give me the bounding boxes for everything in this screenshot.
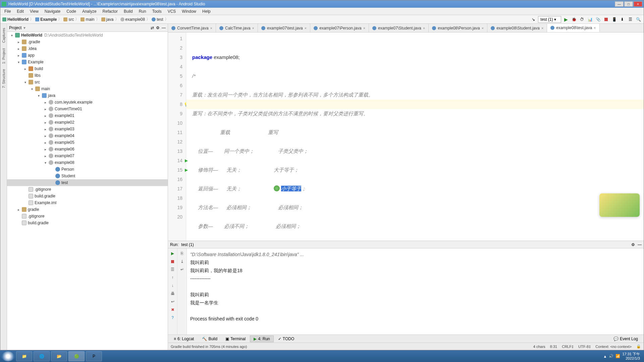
- menu-view[interactable]: View: [27, 8, 41, 14]
- menu-code[interactable]: Code: [64, 8, 79, 14]
- btab-eventlog[interactable]: 💬Event Log: [610, 336, 642, 342]
- task-powerpoint[interactable]: P: [86, 351, 102, 361]
- tab-converttime[interactable]: ConvertTime.java×: [168, 24, 216, 32]
- run-hide-icon[interactable]: —: [638, 242, 642, 247]
- tab-ex08-student[interactable]: example08\Student.java×: [487, 24, 547, 32]
- close-button[interactable]: ×: [634, 1, 642, 7]
- bc-src[interactable]: src: [63, 17, 74, 22]
- tray-icon[interactable]: ▲: [603, 354, 607, 358]
- task-chrome[interactable]: 🌐: [34, 351, 50, 361]
- btab-build[interactable]: 🔨Build: [198, 336, 221, 342]
- panel-settings-icon[interactable]: ⚙: [156, 25, 160, 30]
- menu-tools[interactable]: Tools: [150, 8, 164, 14]
- tree-item[interactable]: ▸.idea: [7, 45, 168, 52]
- task-app-1[interactable]: 📁: [16, 351, 32, 361]
- project-tree[interactable]: ▾HelloWorldD:\AndroidStudioTest\HelloWor…: [7, 32, 168, 350]
- stop-button[interactable]: [603, 16, 609, 23]
- run-tab-label[interactable]: test (1): [181, 242, 194, 247]
- tab-ex07-test[interactable]: example07\test.java×: [258, 24, 310, 32]
- menu-run[interactable]: Run: [136, 8, 149, 14]
- tree-item[interactable]: ▸example07: [7, 153, 168, 159]
- tree-item[interactable]: ▸com.leyutek.example: [7, 99, 168, 106]
- run-wrap-icon[interactable]: ↩: [170, 299, 176, 305]
- tree-item[interactable]: ▸example04: [7, 132, 168, 139]
- run-help-icon[interactable]: ?: [170, 315, 176, 321]
- sync-icon[interactable]: ↘: [530, 16, 537, 23]
- menu-analyze[interactable]: Analyze: [79, 8, 99, 14]
- code-area[interactable]: package example08; /* 重载：发生在同一个类中，当方法名相同…: [186, 33, 644, 241]
- search-icon[interactable]: 🔍: [635, 16, 642, 23]
- tree-item[interactable]: build.gradle: [7, 220, 168, 226]
- edge-project[interactable]: 1: Project: [1, 47, 6, 65]
- bc-pkg[interactable]: example08: [120, 17, 145, 22]
- start-button[interactable]: [1, 351, 15, 361]
- tree-item[interactable]: ▸example02: [7, 119, 168, 126]
- run-scroll-icon[interactable]: ⤓: [179, 258, 185, 264]
- menu-edit[interactable]: Edit: [14, 8, 26, 14]
- profile-button[interactable]: ⏱: [579, 16, 585, 23]
- editor-body[interactable]: 1234 5678 9101112 131415 1617181920 pack…: [168, 33, 644, 241]
- menu-build[interactable]: Build: [121, 8, 136, 14]
- tree-item[interactable]: ▸example05: [7, 139, 168, 146]
- tab-ex08-test[interactable]: example08\test.java×: [547, 24, 599, 32]
- rerun-button[interactable]: ▶: [170, 250, 176, 256]
- btab-todo[interactable]: ✓TODO: [274, 336, 298, 342]
- tree-item[interactable]: ▸.gradle: [7, 39, 168, 45]
- bc-main[interactable]: main: [80, 17, 94, 22]
- structure-button[interactable]: ☰: [627, 16, 634, 23]
- run-trash-icon[interactable]: ✖: [170, 307, 176, 313]
- task-androidstudio[interactable]: 🟢: [68, 351, 85, 361]
- tree-item[interactable]: ▸ConvertTime01: [7, 106, 168, 112]
- tree-item[interactable]: build.gradle: [7, 193, 168, 199]
- tree-example[interactable]: ▾Example: [7, 59, 168, 65]
- bc-class[interactable]: test: [152, 17, 163, 22]
- tree-test[interactable]: test: [7, 179, 168, 186]
- tree-item[interactable]: ▸gradle: [7, 206, 168, 213]
- sdk-button[interactable]: ⬇: [619, 16, 626, 23]
- task-explorer[interactable]: 📂: [51, 351, 67, 361]
- panel-hide-icon[interactable]: —: [162, 25, 166, 30]
- tree-item[interactable]: ▾java: [7, 92, 168, 99]
- tree-item[interactable]: ▸app: [7, 52, 168, 59]
- tab-ex08-person[interactable]: example08\Person.java×: [429, 24, 487, 32]
- tree-item[interactable]: ▸example01: [7, 112, 168, 119]
- maximize-button[interactable]: □: [624, 1, 633, 7]
- btab-logcat[interactable]: ≡6: Logcat: [170, 336, 198, 342]
- tab-ex07-person[interactable]: example07\Person.java×: [310, 24, 369, 32]
- run-soft-wrap-icon[interactable]: ↵: [179, 266, 185, 273]
- tray-icon[interactable]: 📶: [615, 354, 620, 358]
- edge-structure[interactable]: 7: Structure: [1, 68, 6, 89]
- status-lineend[interactable]: CRLF‡: [562, 345, 574, 349]
- status-context[interactable]: Context: <no context>: [595, 345, 632, 349]
- tree-root[interactable]: ▾HelloWorldD:\AndroidStudioTest\HelloWor…: [7, 32, 168, 39]
- bc-module[interactable]: Example: [35, 17, 57, 22]
- coverage-button[interactable]: 📊: [587, 16, 593, 23]
- run-up-icon[interactable]: ↑: [170, 275, 176, 281]
- console-output[interactable]: "D:\Software Installation\Java\jdk1.8.0_…: [187, 248, 644, 335]
- tab-ex07-student[interactable]: example07\Student.java×: [369, 24, 429, 32]
- tree-item[interactable]: .gitignore: [7, 213, 168, 220]
- run-print-icon[interactable]: 🖶: [170, 291, 176, 297]
- menu-file[interactable]: File: [2, 8, 13, 14]
- status-lock-icon[interactable]: 🔒: [636, 344, 641, 349]
- menu-vcs[interactable]: VCS: [165, 8, 179, 14]
- menu-help[interactable]: Help: [200, 8, 213, 14]
- bc-project[interactable]: HelloWorld: [2, 17, 29, 22]
- run-down-icon[interactable]: ↓: [170, 283, 176, 289]
- tree-item[interactable]: .gitignore: [7, 186, 168, 193]
- debug-button[interactable]: 🐞: [571, 16, 577, 23]
- avd-button[interactable]: 📱: [611, 16, 618, 23]
- run-filter-icon[interactable]: ⎘: [179, 250, 185, 256]
- run-settings-icon[interactable]: ⚙: [631, 242, 635, 247]
- run-layout-icon[interactable]: ☰: [170, 266, 176, 273]
- tree-item[interactable]: ▾main: [7, 85, 168, 92]
- status-encoding[interactable]: UTF-8‡: [578, 345, 591, 349]
- menu-window[interactable]: Window: [179, 8, 199, 14]
- tree-item[interactable]: ▸example03: [7, 126, 168, 132]
- edge-captures[interactable]: Captures: [1, 26, 6, 44]
- tab-calctime[interactable]: CalcTime.java×: [216, 24, 258, 32]
- tree-item[interactable]: Example.iml: [7, 199, 168, 206]
- tree-person[interactable]: Person: [7, 166, 168, 173]
- tree-example08[interactable]: ▾example08: [7, 159, 168, 166]
- tree-item[interactable]: ▸build: [7, 65, 168, 72]
